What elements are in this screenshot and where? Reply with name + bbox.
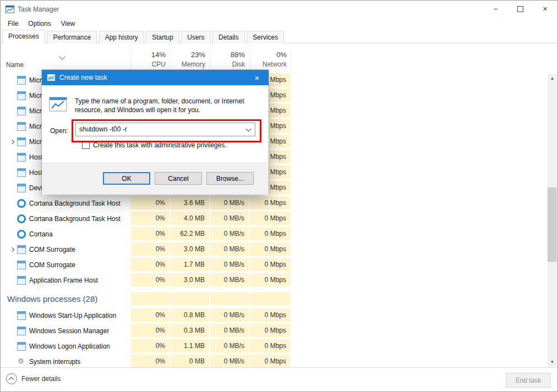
process-name: Micr [29,123,42,130]
process-name: Windows Session Manager [29,327,109,335]
instruction-line-2: resource, and Windows will open it for y… [75,106,244,114]
cpu-cell: 0% [131,212,169,225]
maximize-glyph [517,6,523,12]
expand-chevron-icon[interactable] [7,140,17,143]
cpu-cell: 0% [131,339,169,352]
group-header-label: Windows processes (28) [7,294,97,303]
end-task-button[interactable]: End task [506,373,551,388]
window-process-icon [17,311,26,320]
disk-column-label: Disk [211,60,245,68]
network-cell: 0 Mbps [250,324,291,337]
memory-cell [171,292,209,305]
cpu-column-label: CPU [132,60,166,68]
memory-column-label: Memory [171,60,205,68]
tab-users[interactable]: Users [181,31,210,44]
process-name-cell: Windows Logon Application [1,339,131,354]
dialog-titlebar[interactable]: Create new task × [42,70,269,85]
menu-view[interactable]: View [56,18,80,29]
column-header-memory[interactable]: 23% Memory [171,43,210,73]
tab-bar: Processes Performance App history Startu… [1,30,557,43]
process-name: COM Surrogate [29,246,75,253]
open-combobox[interactable]: shutdown -t00 -r [75,123,255,136]
process-name: Cortana [29,230,53,238]
cortana-process-icon [17,214,26,223]
table-row[interactable]: Cortana Background Task Host0%3.6 MB0 MB… [1,196,548,211]
column-separator [291,43,291,73]
process-name-cell: Windows Start-Up Application [1,308,131,323]
memory-cell: 3.0 MB [171,273,209,286]
app-icon [6,5,14,13]
chevron-up-circle-icon [6,373,17,384]
process-name: Micr [29,92,42,100]
window-process-icon [17,342,26,351]
menu-options[interactable]: Options [23,18,56,29]
admin-privileges-checkbox[interactable] [82,141,90,149]
table-row[interactable]: Windows Logon Application0%1.1 MB0 MB/s0… [1,339,548,354]
scroll-up-icon[interactable]: ▲ [548,74,557,83]
process-name: System interrupts [29,358,80,366]
process-name-cell: COM Surrogate [1,257,131,273]
browse-button[interactable]: Browse... [206,172,254,185]
tab-services[interactable]: Services [247,31,284,44]
table-row[interactable]: Application Frame Host0%3.0 MB0 MB/s0 Mb… [1,273,548,288]
process-name: COM Surrogate [29,261,75,269]
window-controls: − × [483,1,557,17]
maximize-icon[interactable] [508,1,533,17]
column-header-network[interactable]: 0% Network [250,43,291,73]
fewer-details-label: Fewer details [21,375,61,383]
tab-processes[interactable]: Processes [2,30,45,44]
table-row[interactable]: Windows Start-Up Application0%0.8 MB0 MB… [1,308,548,323]
process-name: Devi [29,184,42,192]
table-row[interactable]: System interrupts0%0 MB0 MB/s0 Mbps [1,354,548,367]
cpu-cell: 0% [131,196,169,209]
tab-app-history[interactable]: App history [99,31,144,44]
memory-cell: 0 MB [171,355,209,367]
admin-privileges-option[interactable]: Create this task with administrative pri… [82,141,227,149]
tab-performance[interactable]: Performance [47,31,97,44]
process-name-cell: System interrupts [1,354,131,367]
window-process-icon [17,107,26,115]
memory-cell: 4.0 MB [171,212,209,225]
process-name: Micr [29,76,42,84]
column-header-cpu[interactable]: 14% CPU [131,43,170,73]
close-icon[interactable]: × [533,1,557,17]
vertical-scrollbar[interactable]: ▲ ▼ [548,74,557,367]
table-row[interactable]: Cortana0%62.2 MB0 MB/s0 Mbps [1,227,548,242]
cancel-button[interactable]: Cancel [155,172,202,185]
group-header-row[interactable]: Windows processes (28) [1,290,548,308]
scrollbar-thumb[interactable] [548,187,557,262]
table-row[interactable]: COM Surrogate0%3.0 MB0 MB/s0 Mbps [1,242,548,257]
dialog-close-icon[interactable]: × [245,70,269,85]
network-cell [250,292,291,305]
chevron-down-icon[interactable] [246,126,251,132]
process-name: Windows Logon Application [29,343,110,350]
table-row[interactable]: Windows Session Manager0%0.3 MB0 MB/s0 M… [1,323,548,339]
disk-total-percent: 88% [211,51,245,59]
disk-cell: 0 MB/s [210,324,249,337]
window-process-icon [17,276,26,285]
cpu-cell: 0% [131,227,169,240]
network-cell: 0 Mbps [250,242,291,256]
cortana-process-icon [17,230,26,239]
network-cell: 0 Mbps [250,212,291,225]
table-row[interactable]: Cortana Background Task Host0%4.0 MB0 MB… [1,211,548,227]
expand-chevron-icon[interactable] [7,248,17,251]
fewer-details-toggle[interactable]: Fewer details [6,373,61,384]
column-header-disk[interactable]: 88% Disk [210,43,249,73]
ok-button[interactable]: OK [103,172,150,185]
dialog-body: Type the name of a program, folder, docu… [42,85,269,163]
minimize-icon[interactable]: − [483,1,508,17]
memory-cell: 3.6 MB [171,196,209,209]
tab-startup[interactable]: Startup [146,31,179,44]
memory-cell: 62.2 MB [171,227,209,240]
column-header-name[interactable]: Name [6,61,24,69]
table-row[interactable]: COM Surrogate0%1.7 MB0 MB/s0 Mbps [1,257,548,273]
tab-details[interactable]: Details [212,31,245,44]
dialog-icon [47,74,55,81]
cpu-cell: 0% [131,242,169,256]
scroll-down-icon[interactable]: ▼ [548,357,557,367]
memory-cell: 1.7 MB [171,258,209,271]
process-name: Cortana Background Task Host [29,200,121,207]
menu-file[interactable]: File [3,18,23,29]
cortana-process-icon [17,199,26,208]
